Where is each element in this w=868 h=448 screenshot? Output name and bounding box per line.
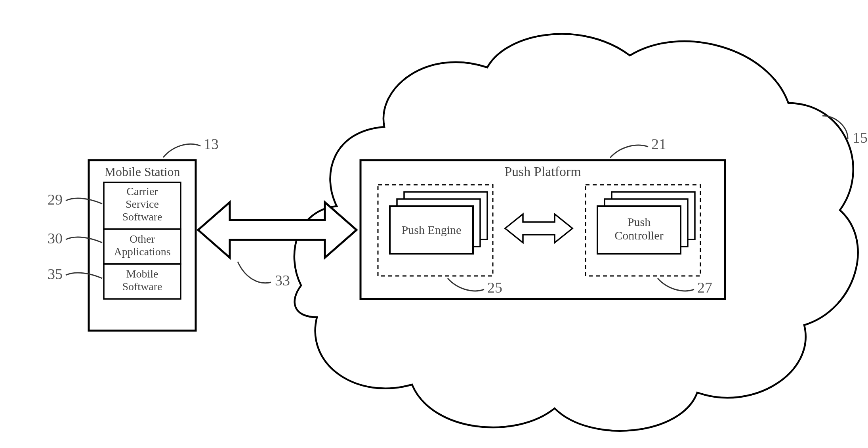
ref-13: 13 (163, 136, 219, 157)
ref-35-text: 35 (48, 266, 63, 282)
ref-29-text: 29 (48, 191, 63, 208)
svg-text:Applications: Applications (114, 245, 170, 258)
svg-text:Software: Software (122, 211, 162, 223)
svg-text:Service: Service (126, 198, 159, 210)
push-controller-label-line2: Controller (614, 229, 663, 242)
ref-30-text: 30 (48, 230, 63, 247)
ref-21-text: 21 (651, 136, 666, 152)
svg-text:Carrier: Carrier (126, 185, 158, 197)
main-arrow-icon (198, 202, 357, 258)
mobile-station-title: Mobile Station (104, 165, 180, 179)
ref-15-text: 15 (853, 129, 868, 146)
push-engine-label: Push Engine (402, 223, 462, 236)
svg-text:Mobile: Mobile (126, 268, 158, 280)
ref-25-text: 25 (487, 279, 502, 296)
diagram-canvas: 15 Push Platform 21 Push Engine 25 (0, 0, 868, 448)
svg-text:Other: Other (130, 233, 155, 245)
ref-33-text: 33 (275, 272, 290, 289)
push-platform-panel: Push Platform 21 Push Engine 25 (361, 136, 725, 299)
mobile-station-panel: Mobile Station Carrier Service Software … (89, 160, 196, 331)
svg-text:Software: Software (122, 280, 162, 293)
ref-13-text: 13 (204, 136, 219, 152)
push-platform-title: Push Platform (504, 164, 581, 179)
ref-33: 33 (238, 262, 290, 289)
ref-27-text: 27 (697, 279, 712, 296)
push-controller-label-line1: Push (628, 215, 651, 228)
